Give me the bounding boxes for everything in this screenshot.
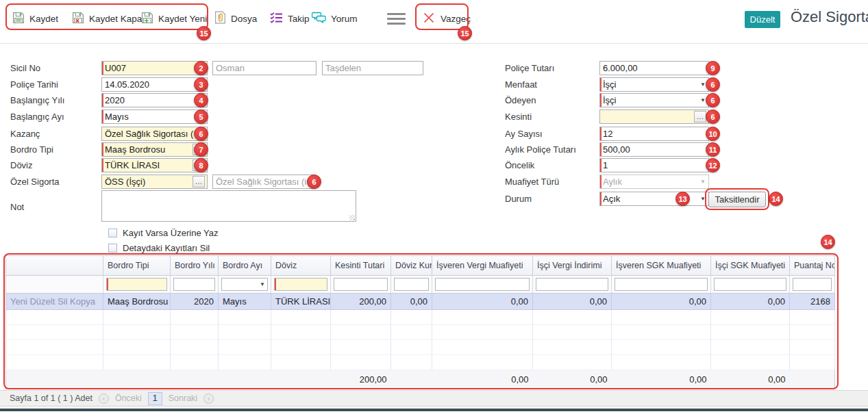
filter-bordro-ayi-select[interactable]: ▼ bbox=[221, 278, 268, 291]
delete-details-checkbox-label: Detaydaki Kayıtları Sil bbox=[123, 243, 210, 253]
next-page-link[interactable]: Sonraki bbox=[169, 393, 197, 403]
doviz-lookup[interactable]: TÜRK LİRASI … bbox=[101, 158, 208, 172]
taksitlendir-button[interactable]: Taksitlendir bbox=[708, 192, 766, 207]
total-isci-sgk: 0,00 bbox=[711, 370, 790, 389]
overwrite-checkbox-label: Kayıt Varsa Üzerine Yaz bbox=[123, 228, 218, 238]
cancel-button[interactable]: Vazgeç bbox=[422, 10, 471, 27]
save-new-button[interactable]: Kaydet Yeni bbox=[141, 10, 207, 27]
ay-sayisi-input[interactable] bbox=[599, 127, 709, 141]
prev-arrow-icon[interactable]: ‹ bbox=[99, 393, 109, 404]
cell-doviz: TÜRK LİRASI bbox=[271, 294, 331, 310]
column-header-isci-sgk-muafiyeti[interactable]: İşçi SGK Muafiyeti bbox=[711, 256, 790, 276]
grid-empty-row bbox=[6, 310, 835, 325]
sicil-no-input[interactable] bbox=[101, 61, 208, 75]
row-action-copy[interactable]: Kopya bbox=[70, 296, 95, 307]
column-header-doviz[interactable]: Döviz bbox=[271, 256, 331, 276]
follow-button-label: Takip bbox=[288, 14, 310, 24]
annotation-badge: 3 bbox=[194, 77, 208, 92]
oncelik-input[interactable] bbox=[599, 158, 709, 172]
field-label-durum: Durum bbox=[505, 192, 532, 206]
ozel-sigorta-lookup[interactable]: ÖSS (İşçi) … bbox=[101, 174, 208, 189]
filter-isci-vergi-input[interactable] bbox=[536, 278, 608, 291]
filter-kesinti-tutari-input[interactable] bbox=[334, 278, 388, 291]
annotation-badge: 12 bbox=[706, 158, 720, 172]
filter-doviz-input[interactable] bbox=[274, 278, 327, 291]
prev-page-link[interactable]: Önceki bbox=[115, 393, 142, 403]
save-new-icon bbox=[141, 12, 153, 26]
cell-isci-vergi: 0,00 bbox=[533, 294, 612, 310]
filter-isveren-vergi-input[interactable] bbox=[435, 278, 530, 291]
filter-bordro-tipi-input[interactable] bbox=[106, 278, 167, 291]
grid-empty-row bbox=[6, 340, 835, 355]
filter-isveren-sgk-input[interactable] bbox=[615, 278, 708, 291]
kesinti-lookup[interactable]: … bbox=[599, 109, 709, 124]
filter-isci-sgk-input[interactable] bbox=[714, 278, 786, 291]
kazanc-field[interactable]: Özel Sağlık Sigortası ( İş bbox=[101, 127, 208, 141]
column-header-bordro-yili[interactable]: Bordro Yılı bbox=[171, 256, 219, 276]
ozel-sigorta-description-field[interactable] bbox=[212, 174, 315, 189]
police-tutari-input[interactable] bbox=[599, 61, 709, 75]
file-attachment-icon bbox=[214, 11, 226, 26]
annotation-badge: 6 bbox=[307, 174, 321, 189]
field-label-oncelik: Öncelik bbox=[505, 158, 534, 172]
odeyen-select[interactable]: İşçi ▼ bbox=[599, 93, 709, 107]
comment-button[interactable]: Yorum bbox=[312, 10, 358, 27]
cell-isveren-sgk: 0,00 bbox=[612, 294, 711, 310]
first-name-field[interactable] bbox=[212, 61, 317, 75]
aylik-police-tutari-input[interactable] bbox=[599, 142, 709, 157]
grid-empty-row bbox=[6, 355, 835, 370]
field-label-muafiyet-turu: Muafiyet Türü bbox=[505, 174, 559, 189]
overwrite-checkbox[interactable] bbox=[108, 229, 117, 237]
edit-button[interactable]: Düzelt bbox=[745, 11, 780, 28]
row-action-new[interactable]: Yeni bbox=[10, 296, 27, 307]
filter-doviz-kuru-input[interactable] bbox=[394, 278, 429, 291]
not-textarea[interactable] bbox=[101, 190, 356, 222]
file-button-label: Dosya bbox=[231, 14, 257, 24]
field-label-baslangic-yili: Başlangıç Yılı bbox=[10, 93, 64, 107]
column-header-bordro-ayi[interactable]: Bordro Ayı bbox=[219, 256, 271, 276]
menu-icon[interactable] bbox=[387, 13, 406, 27]
checklist-icon bbox=[270, 12, 283, 25]
durum-select[interactable]: Açık ▼ bbox=[599, 192, 709, 206]
baslangic-ayi-select[interactable]: Mayıs ▼ bbox=[101, 109, 208, 124]
column-header-kesinti-tutari[interactable]: Kesinti Tutari bbox=[331, 256, 391, 276]
cell-kesinti-tutari: 200,00 bbox=[331, 294, 391, 310]
column-header-isveren-vergi-muafiyeti[interactable]: İşveren Vergi Muafiyeti bbox=[432, 256, 533, 276]
bordro-tipi-lookup[interactable]: Maaş Bordrosu … bbox=[101, 142, 208, 157]
annotation-badge: 6 bbox=[194, 127, 208, 141]
annotation-badge: 2 bbox=[194, 61, 208, 75]
cell-isveren-vergi: 0,00 bbox=[432, 294, 533, 310]
row-action-edit[interactable]: Düzelt bbox=[29, 296, 55, 307]
lookup-ellipsis-button[interactable]: … bbox=[694, 111, 706, 122]
total-isveren-vergi: 0,00 bbox=[432, 370, 533, 389]
field-label-bordro-tipi: Bordro Tipi bbox=[10, 142, 53, 157]
field-label-kazanc: Kazanç bbox=[10, 127, 40, 141]
filter-puantaj-no-input[interactable] bbox=[793, 278, 832, 291]
grid-data-row-selected[interactable]: Yeni Düzelt Sil Kopya Maaş Bordrosu 2020… bbox=[6, 294, 835, 310]
lookup-ellipsis-button[interactable]: … bbox=[193, 176, 205, 187]
field-label-not: Not bbox=[10, 200, 24, 214]
column-header-puantaj-no[interactable]: Puantaj No bbox=[790, 256, 835, 276]
follow-button[interactable]: Takip bbox=[270, 10, 310, 27]
baslangic-yili-input[interactable] bbox=[101, 93, 208, 107]
last-name-field[interactable] bbox=[322, 61, 423, 75]
field-label-aylik-police-tutari: Aylık Poliçe Tutarı bbox=[505, 142, 576, 157]
column-header-isci-vergi-indirimi[interactable]: İşçi Vergi İndirimi bbox=[533, 256, 612, 276]
chevron-down-icon: ▼ bbox=[260, 281, 265, 287]
row-action-delete[interactable]: Sil bbox=[58, 296, 67, 307]
filter-bordro-yili-input[interactable] bbox=[173, 278, 215, 291]
next-arrow-icon[interactable]: › bbox=[203, 393, 214, 404]
save-button[interactable]: Kaydet bbox=[12, 10, 58, 27]
column-header-doviz-kuru[interactable]: Döviz Kuru bbox=[391, 256, 432, 276]
column-header-bordro-tipi[interactable]: Bordro Tipi bbox=[103, 256, 171, 276]
column-header-isveren-sgk-muafiyeti[interactable]: İşveren SGK Muafiyeti bbox=[612, 256, 711, 276]
delete-details-checkbox[interactable] bbox=[108, 244, 117, 253]
current-page-number[interactable]: 1 bbox=[148, 392, 162, 405]
field-label-sicil-no: Sicil No bbox=[10, 61, 40, 75]
police-tarihi-select[interactable]: 14.05.2020 ▼ bbox=[101, 77, 208, 92]
save-close-button[interactable]: Kaydet Kapat bbox=[72, 10, 145, 27]
chevron-down-icon: ▼ bbox=[700, 179, 706, 185]
file-button[interactable]: Dosya bbox=[214, 10, 257, 27]
menfaat-select[interactable]: İşçi ▼ bbox=[599, 77, 709, 92]
save-button-label: Kaydet bbox=[29, 14, 58, 24]
